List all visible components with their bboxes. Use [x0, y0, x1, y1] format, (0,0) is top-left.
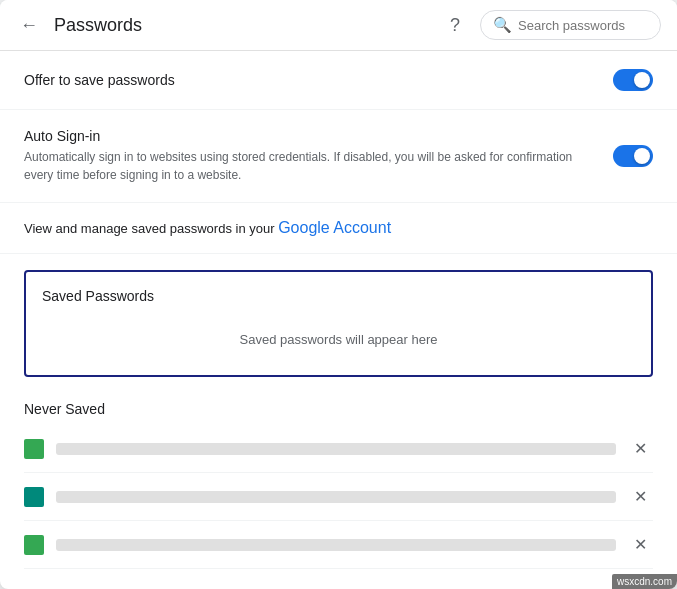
- back-button[interactable]: ←: [16, 11, 42, 40]
- auto-sign-in-text: Auto Sign-in Automatically sign in to we…: [24, 128, 613, 184]
- page-title: Passwords: [54, 15, 430, 36]
- remove-button-1[interactable]: ✕: [628, 435, 653, 462]
- content-area: Offer to save passwords Auto Sign-in Aut…: [0, 51, 677, 569]
- search-input[interactable]: [518, 18, 648, 33]
- site-url-2: [56, 491, 616, 503]
- auto-sign-in-thumb: [634, 148, 650, 164]
- site-url-3: [56, 539, 616, 551]
- search-icon: 🔍: [493, 16, 512, 34]
- list-item: ✕: [24, 425, 653, 473]
- site-favicon-1: [24, 439, 44, 459]
- auto-sign-in-desc: Automatically sign in to websites using …: [24, 148, 584, 184]
- never-saved-title: Never Saved: [24, 401, 653, 417]
- saved-passwords-title: Saved Passwords: [42, 288, 635, 304]
- remove-button-2[interactable]: ✕: [628, 483, 653, 510]
- saved-passwords-empty-message: Saved passwords will appear here: [42, 320, 635, 359]
- search-box: 🔍: [480, 10, 661, 40]
- offer-save-label: Offer to save passwords: [24, 72, 613, 88]
- google-account-link[interactable]: Google Account: [278, 219, 391, 236]
- help-button[interactable]: ?: [442, 11, 468, 40]
- offer-save-text: Offer to save passwords: [24, 72, 613, 88]
- back-icon: ←: [20, 15, 38, 36]
- auto-sign-in-row: Auto Sign-in Automatically sign in to we…: [0, 110, 677, 203]
- wsxcdn-badge: wsxcdn.com: [612, 574, 677, 589]
- offer-save-thumb: [634, 72, 650, 88]
- list-item: ✕: [24, 473, 653, 521]
- passwords-window: ← Passwords ? 🔍 Offer to save passwords: [0, 0, 677, 589]
- google-account-text-before: View and manage saved passwords in your: [24, 221, 278, 236]
- list-item: ✕: [24, 521, 653, 569]
- auto-sign-in-label: Auto Sign-in: [24, 128, 613, 144]
- google-account-row: View and manage saved passwords in your …: [0, 203, 677, 254]
- site-favicon-2: [24, 487, 44, 507]
- header: ← Passwords ? 🔍: [0, 0, 677, 51]
- saved-passwords-section: Saved Passwords Saved passwords will app…: [24, 270, 653, 377]
- never-saved-section: Never Saved ✕ ✕ ✕: [0, 393, 677, 569]
- auto-sign-in-toggle[interactable]: [613, 145, 653, 167]
- site-favicon-3: [24, 535, 44, 555]
- site-url-1: [56, 443, 616, 455]
- offer-save-row: Offer to save passwords: [0, 51, 677, 110]
- offer-save-toggle[interactable]: [613, 69, 653, 91]
- help-icon: ?: [450, 15, 460, 36]
- remove-button-3[interactable]: ✕: [628, 531, 653, 558]
